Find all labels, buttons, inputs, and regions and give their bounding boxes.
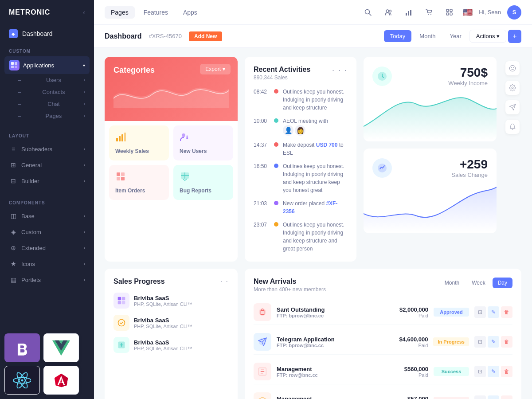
grid-icon[interactable]: [442, 5, 457, 20]
sales-progress-menu-icon[interactable]: · ·: [220, 278, 229, 286]
svg-rect-48: [122, 297, 125, 301]
sidebar-item-builder[interactable]: ⊟ Builder ›: [0, 173, 94, 189]
sales-change-label: Sales Change: [451, 172, 488, 178]
content-row-2: Sales Progress · · Briviba SaaS PHP, SQL…: [105, 269, 521, 399]
arrival-edit-2[interactable]: ✎: [488, 366, 499, 377]
svg-rect-37: [117, 177, 120, 180]
sidebar-item-subheaders[interactable]: ≡ Subheaders ›: [0, 141, 94, 157]
cart-icon[interactable]: [422, 5, 436, 20]
sales-progress-header: Sales Progress · ·: [113, 278, 229, 286]
nav-tab-features[interactable]: Features: [137, 6, 174, 19]
progress-icon-0: [113, 293, 129, 309]
arrival-row-2: Management FTP: row@bnc.cc $560,000 Paid…: [254, 359, 512, 384]
weekly-income-chart: [364, 86, 497, 141]
progress-sub-1: PHP, SQLite, Artisan CLI™: [134, 324, 229, 329]
arrival-amount-0: $2,000,000 Paid: [388, 306, 428, 318]
sidebar-item-dashboard[interactable]: Dashboard: [0, 25, 94, 43]
right-send-icon[interactable]: [505, 100, 520, 114]
bootstrap-logo[interactable]: [4, 333, 40, 362]
activity-text: Make deposit USD 700 to ESL: [283, 141, 348, 157]
bug-reports-icon: [180, 171, 227, 184]
today-button[interactable]: Today: [384, 30, 412, 42]
subheaders-label: Subheaders: [21, 146, 52, 153]
flag-icon[interactable]: 🇺🇸: [463, 8, 473, 17]
sidebar-item-contacts[interactable]: – Contacts ›: [0, 86, 94, 98]
vue-logo[interactable]: [43, 333, 79, 362]
arrival-edit-0[interactable]: ✎: [488, 306, 499, 318]
base-icon: ◫: [9, 211, 18, 220]
category-new-users[interactable]: New Users: [173, 125, 233, 160]
progress-info-1: Briviba SaaS PHP, SQLite, Artisan CLI™: [134, 317, 229, 329]
sidebar-item-applications[interactable]: Applications ▾: [4, 56, 90, 74]
arrival-copy-3[interactable]: ⊡: [474, 395, 486, 399]
actions-button[interactable]: Actions ▾: [469, 30, 506, 43]
add-new-button[interactable]: Add New: [189, 31, 222, 41]
right-palette-icon[interactable]: [505, 61, 520, 75]
avatar-1: 👤: [283, 125, 293, 136]
arrival-actions-2: ⊡ ✎ 🗑: [474, 366, 512, 377]
svg-rect-21: [408, 11, 409, 16]
sidebar-item-users[interactable]: – Users ›: [0, 74, 94, 86]
angular-logo[interactable]: [43, 366, 79, 395]
svg-rect-0: [11, 62, 14, 65]
nav-tab-apps[interactable]: Apps: [177, 6, 203, 19]
export-button[interactable]: Export ▾: [200, 64, 231, 74]
sidebar-item-general[interactable]: ⊞ General ›: [0, 157, 94, 173]
categories-header: Categories Export ▾: [105, 57, 238, 121]
svg-point-51: [118, 320, 125, 326]
arrival-edit-3[interactable]: ✎: [488, 395, 499, 399]
arrival-delete-3[interactable]: 🗑: [501, 395, 512, 399]
activity-item-2307: 23:07 Outlines keep you honest. Indulgin…: [254, 221, 348, 253]
portlets-icon: ▦: [9, 275, 18, 284]
sidebar-item-extended[interactable]: ⊕ Extended ›: [0, 240, 94, 256]
sidebar-item-portlets[interactable]: ▦ Portlets ›: [0, 272, 94, 288]
svg-point-44: [511, 67, 512, 68]
sidebar-item-chat[interactable]: – Chat ›: [0, 98, 94, 110]
sidebar-item-pages[interactable]: – Pages ›: [0, 110, 94, 122]
sidebar-collapse-icon[interactable]: ‹: [83, 9, 85, 16]
chart-icon[interactable]: [402, 5, 416, 20]
applications-icon: [9, 60, 20, 70]
people-icon[interactable]: [381, 5, 395, 20]
arrival-delete-0[interactable]: 🗑: [501, 306, 512, 318]
activities-menu-icon[interactable]: · · ·: [332, 66, 348, 75]
right-gear-icon[interactable]: [505, 81, 520, 95]
arrival-delete-2[interactable]: 🗑: [501, 366, 512, 377]
right-bell-icon[interactable]: [505, 120, 520, 134]
arrival-delete-1[interactable]: 🗑: [501, 336, 512, 348]
year-button[interactable]: Year: [443, 30, 467, 42]
svg-point-19: [389, 10, 391, 12]
general-arrow: ›: [84, 163, 85, 168]
arrival-copy-2[interactable]: ⊡: [474, 366, 486, 377]
category-item-orders[interactable]: Item Orders: [109, 165, 169, 200]
arrival-actions-1: ⊡ ✎ 🗑: [474, 336, 512, 348]
month-button[interactable]: Month: [413, 30, 442, 42]
arrival-copy-1[interactable]: ⊡: [474, 336, 486, 348]
chat-label: Chat: [47, 101, 59, 107]
progress-item-0: Briviba SaaS PHP, SQLite, Artisan CLI™: [113, 293, 229, 309]
app-name: METRONIC: [9, 8, 50, 16]
category-bug-reports[interactable]: Bug Reports: [173, 165, 233, 200]
nav-tab-pages[interactable]: Pages: [105, 6, 135, 19]
react-logo[interactable]: [4, 366, 40, 395]
topnav-right: 🇺🇸 Hi, Sean S: [361, 5, 521, 20]
sidebar-item-custom[interactable]: ◈ Custom ›: [0, 224, 94, 240]
activities-title: Recent Activities: [254, 66, 310, 74]
search-icon[interactable]: [361, 5, 375, 20]
sidebar-item-base[interactable]: ◫ Base ›: [0, 208, 94, 224]
weekly-income-card: 750$ Weekly Income: [364, 57, 497, 141]
arrivals-tab-month[interactable]: Month: [439, 278, 465, 288]
right-icon-bar: [504, 57, 521, 262]
arrival-copy-0[interactable]: ⊡: [474, 306, 486, 318]
arrival-info-1: Telegram Application FTP: bprow@bnc.cc: [277, 336, 383, 348]
user-avatar[interactable]: S: [507, 5, 521, 20]
arrivals-tab-day[interactable]: Day: [493, 278, 512, 288]
arrivals-tab-week[interactable]: Week: [466, 278, 490, 288]
add-icon-button[interactable]: +: [508, 30, 521, 43]
arrival-amount-3: $57,000 Paid: [388, 395, 428, 399]
arrival-edit-1[interactable]: ✎: [488, 336, 499, 348]
category-weekly-sales[interactable]: Weekly Sales: [109, 125, 169, 160]
custom-label: Custom: [21, 229, 41, 235]
content-row-1: Categories Export ▾ Week: [105, 57, 521, 262]
sidebar-item-icons[interactable]: ★ Icons ›: [0, 256, 94, 272]
